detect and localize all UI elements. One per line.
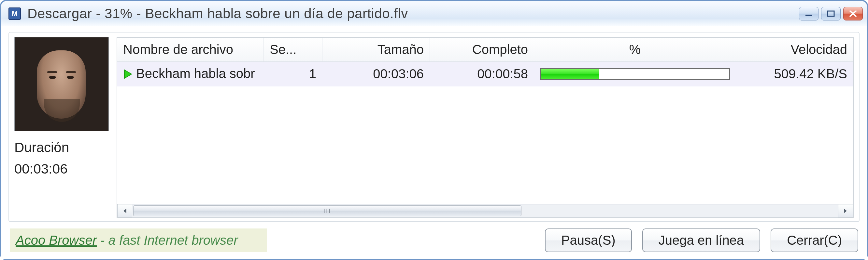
header-section[interactable]: Se... [264,38,322,62]
scroll-thumb[interactable]: III [133,206,522,216]
svg-marker-6 [844,209,847,213]
download-list[interactable]: Nombre de archivo Se... Tamaño Completo … [117,37,854,218]
app-icon: M [8,7,21,20]
table-row[interactable]: Beckham habla sobr 1 00:03:06 00:00:58 5… [117,62,853,86]
progress-fill [541,69,599,79]
titlebar[interactable]: M Descargar - 31% - Beckham habla sobre … [1,1,867,26]
window-title: Descargar - 31% - Beckham habla sobre un… [27,6,799,22]
cell-speed: 509.42 KB/S [736,62,853,86]
svg-marker-4 [124,70,132,78]
svg-rect-0 [805,14,812,16]
horizontal-scrollbar[interactable]: III [117,204,853,217]
pause-button[interactable]: Pausa(S) [545,228,632,252]
cell-percent [534,64,736,84]
duration-label: Duración [14,140,109,155]
right-column: Nombre de archivo Se... Tamaño Completo … [117,37,854,218]
header-size[interactable]: Tamaño [322,38,430,62]
cell-filename-text: Beckham habla sobr [136,66,255,81]
window-controls [799,7,863,21]
ad-banner: Acoo Browser - a fast Internet browser [10,228,267,252]
cell-complete: 00:00:58 [430,62,534,86]
play-online-button[interactable]: Juega en línea [642,228,760,252]
maximize-icon [826,10,835,17]
close-icon [849,10,857,17]
play-icon [123,67,133,82]
close-window-button[interactable] [843,7,863,21]
maximize-button[interactable] [821,7,841,21]
progress-bar [540,68,730,80]
svg-marker-5 [123,209,126,213]
content-panel: Duración 00:03:06 Nombre de archivo Se..… [8,32,860,222]
minimize-button[interactable] [799,7,818,21]
header-filename[interactable]: Nombre de archivo [117,38,264,62]
header-percent[interactable]: % [534,38,736,62]
cell-size: 00:03:06 [322,62,430,86]
cell-filename: Beckham habla sobr [117,62,264,86]
video-thumbnail [14,37,109,131]
chevron-right-icon [843,208,848,214]
scroll-right-button[interactable] [838,204,853,217]
close-button[interactable]: Cerrar(C) [771,228,858,252]
left-column: Duración 00:03:06 [14,37,109,218]
ad-rest: - a fast Internet browser [97,233,238,247]
svg-rect-1 [828,11,834,16]
list-body: Beckham habla sobr 1 00:03:06 00:00:58 5… [117,62,853,204]
cell-section: 1 [264,62,322,86]
scroll-left-button[interactable] [117,204,132,217]
chevron-left-icon [122,208,127,214]
ad-link[interactable]: Acoo Browser [16,233,97,247]
header-speed[interactable]: Velocidad [736,38,853,62]
header-complete[interactable]: Completo [430,38,534,62]
footer: Acoo Browser - a fast Internet browser P… [8,228,860,252]
client-area: Duración 00:03:06 Nombre de archivo Se..… [1,26,867,259]
list-header[interactable]: Nombre de archivo Se... Tamaño Completo … [117,38,853,62]
duration-value: 00:03:06 [14,161,109,177]
download-window: M Descargar - 31% - Beckham habla sobre … [0,0,868,260]
minimize-icon [804,10,813,17]
scroll-track[interactable]: III [132,204,838,217]
